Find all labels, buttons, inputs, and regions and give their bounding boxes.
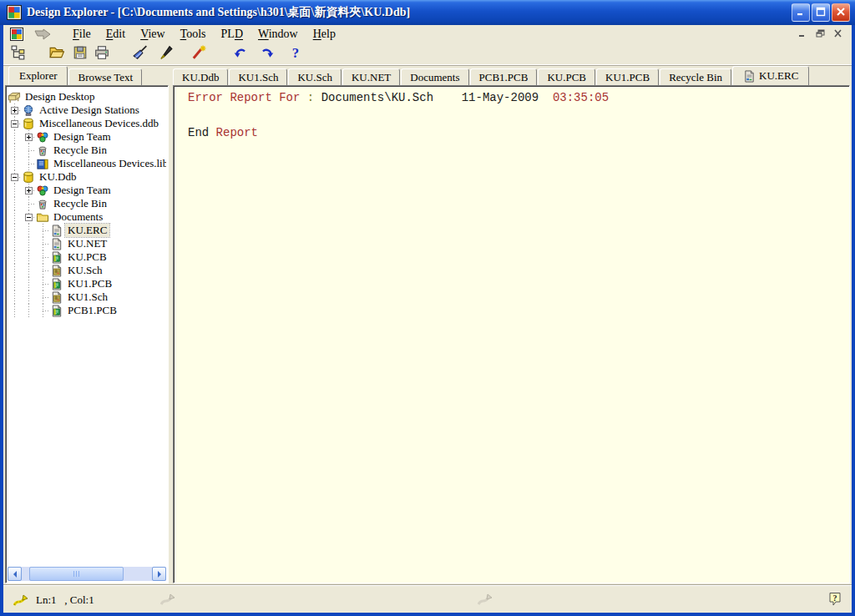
- editor-text-segment: Report: [216, 126, 258, 139]
- tree-connector: [8, 104, 22, 117]
- broom-button[interactable]: [130, 45, 150, 63]
- tree-item-ku-pcb[interactable]: KU.PCB: [8, 250, 166, 264]
- tree-item-label: KU.ERC: [65, 224, 109, 237]
- panel-tab-browse-text[interactable]: Browse Text: [68, 68, 142, 85]
- tree-item-design-team[interactable]: Design Team: [8, 130, 166, 144]
- menu-arrow-icon[interactable]: [30, 27, 55, 42]
- horizontal-scrollbar[interactable]: [8, 567, 166, 581]
- close-button[interactable]: [832, 3, 850, 22]
- expand-plus-icon[interactable]: [11, 107, 18, 114]
- doc-tab-ku-pcb[interactable]: KU.PCB: [538, 68, 595, 85]
- document-tabs: KU.DdbKU1.SchKU.SchKU.NETDocumentsPCB1.P…: [173, 66, 810, 85]
- menu-file[interactable]: File: [65, 27, 99, 42]
- tree-item-ku-ddb[interactable]: KU.Ddb: [8, 170, 166, 184]
- tree-connector: [8, 130, 22, 144]
- tree-item-ku1-pcb[interactable]: KU1.PCB: [8, 277, 166, 290]
- doc-tab-pcb1-pcb[interactable]: PCB1.PCB: [470, 68, 538, 85]
- doc-tab-ku-net[interactable]: KU.NET: [342, 68, 400, 85]
- recycle-icon: [36, 144, 51, 157]
- wand-button[interactable]: [189, 45, 209, 63]
- print-button[interactable]: [92, 45, 112, 63]
- tree-item-label: Design Team: [51, 184, 114, 197]
- pen-button[interactable]: [155, 45, 175, 63]
- scrollbar-track[interactable]: [22, 567, 152, 581]
- broom-icon: [133, 45, 148, 63]
- mdi-minimize-button[interactable]: [796, 28, 810, 40]
- menu-tools[interactable]: Tools: [173, 27, 214, 42]
- tree-connector: [36, 304, 50, 317]
- tab-label: KU.ERC: [759, 69, 798, 83]
- collapse-minus-icon[interactable]: [11, 174, 18, 181]
- collapse-minus-icon[interactable]: [11, 120, 18, 128]
- doc-tab-ku1-pcb[interactable]: KU1.PCB: [596, 68, 659, 85]
- tree-connector: [8, 224, 22, 237]
- tree-item-miscellaneous-devices-ddb[interactable]: Miscellaneous Devices.ddb: [8, 117, 166, 130]
- open-button[interactable]: [47, 45, 67, 63]
- maximize-button[interactable]: [812, 3, 830, 22]
- tree-item-ku-erc[interactable]: KU.ERC: [8, 224, 166, 237]
- collapse-minus-icon[interactable]: [25, 214, 33, 221]
- editor-text-segment: [539, 91, 553, 104]
- tree-connector: [36, 264, 50, 277]
- bookmark-faded-icon: [478, 593, 493, 606]
- tree-item-ku-sch[interactable]: KU.Sch: [8, 264, 166, 277]
- tree-connector: [8, 197, 22, 210]
- tree-item-label: KU.Sch: [65, 264, 105, 277]
- tree-connector: [22, 184, 36, 197]
- tree-item-miscellaneous-devices-lib[interactable]: Miscellaneous Devices.lib: [8, 157, 166, 170]
- menu-pld[interactable]: PLD: [214, 27, 250, 42]
- mdi-restore-button[interactable]: [813, 28, 827, 40]
- tree-item-recycle-bin[interactable]: Recycle Bin: [8, 144, 166, 157]
- menu-help[interactable]: Help: [306, 27, 343, 42]
- save-button[interactable]: [70, 45, 90, 63]
- undo-button[interactable]: [230, 45, 250, 63]
- menu-window[interactable]: Window: [250, 27, 306, 42]
- tab-label: Documents: [410, 71, 459, 84]
- doc-tab-documents[interactable]: Documents: [401, 68, 468, 85]
- library-icon: [36, 157, 51, 170]
- window-controls: [792, 3, 850, 22]
- tree-item-recycle-bin[interactable]: Recycle Bin: [8, 197, 166, 210]
- tree-connector: [22, 210, 36, 224]
- minimize-button[interactable]: [792, 3, 810, 22]
- mdi-system-menu-icon[interactable]: [10, 28, 23, 41]
- doc-tab-ku-erc[interactable]: KU.ERC: [732, 66, 809, 85]
- explorer-toggle-button[interactable]: [8, 45, 28, 63]
- panel-tab-explorer[interactable]: Explorer: [8, 66, 68, 85]
- tree-item-design-desktop[interactable]: Design Desktop: [8, 90, 166, 104]
- tree-connector: [8, 277, 22, 290]
- tree-item-design-team[interactable]: Design Team: [8, 184, 166, 197]
- mdi-close-button[interactable]: [831, 28, 845, 40]
- tree-item-ku-net[interactable]: KU.NET: [8, 237, 166, 250]
- scroll-right-button[interactable]: [152, 567, 166, 581]
- menu-edit[interactable]: Edit: [99, 27, 133, 42]
- tree-item-label: KU1.Sch: [65, 290, 110, 304]
- tree-connector: [8, 290, 22, 304]
- help-badge-icon[interactable]: ?: [828, 592, 842, 607]
- doc-tab-ku1-sch[interactable]: KU1.Sch: [229, 68, 287, 85]
- wand-icon: [191, 45, 206, 63]
- tree-item-documents[interactable]: Documents: [8, 210, 166, 224]
- doc-tab-recycle-bin[interactable]: Recycle Bin: [660, 68, 731, 85]
- tree-connector: [8, 144, 22, 157]
- scrollbar-thumb[interactable]: [29, 567, 123, 581]
- tree-item-pcb1-pcb[interactable]: PCB1.PCB: [8, 304, 166, 317]
- tree-item-active-design-stations[interactable]: Active Design Stations: [8, 104, 166, 117]
- editor-text-segment: 11-May-2009: [462, 91, 539, 104]
- tree-connector: [22, 237, 36, 250]
- doc-tab-ku-ddb[interactable]: KU.Ddb: [173, 68, 228, 85]
- editor-text-segment: 03:35:05: [553, 91, 609, 104]
- help-icon: ?: [288, 45, 303, 63]
- error-report-editor[interactable]: Error Report For : Documents\KU.Sch 11-M…: [173, 85, 850, 583]
- expand-plus-icon[interactable]: [25, 187, 33, 194]
- tab-row: ExplorerBrowse Text KU.DdbKU1.SchKU.SchK…: [3, 65, 852, 85]
- line-col-indicator: Ln:1 , Col:1: [36, 593, 94, 607]
- expand-plus-icon[interactable]: [25, 134, 33, 141]
- help-button[interactable]: ?: [286, 45, 306, 63]
- tree-connector: [22, 250, 36, 264]
- doc-tab-ku-sch[interactable]: KU.Sch: [288, 68, 341, 85]
- redo-button[interactable]: [257, 45, 277, 63]
- menu-view[interactable]: View: [133, 27, 173, 42]
- scroll-left-button[interactable]: [8, 567, 22, 581]
- tree-item-ku1-sch[interactable]: KU1.Sch: [8, 290, 166, 304]
